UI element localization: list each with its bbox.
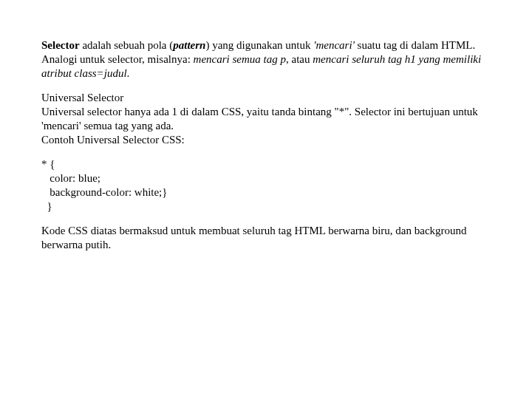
text-universal-desc: Universal selector hanya ada 1 di dalam …	[41, 106, 478, 132]
paragraph-universal-selector: Universal Selector Universal selector ha…	[41, 91, 491, 146]
italic-example-1: mencari semua tag p	[194, 53, 286, 65]
text: adalah sebuah pola (	[80, 39, 174, 51]
paragraph-explanation: Kode CSS diatas bermaksud untuk membuat …	[41, 224, 491, 252]
text: .	[127, 67, 130, 79]
code-block-css: * { color: blue; background-color: white…	[41, 157, 491, 213]
term-pattern: pattern	[173, 39, 205, 51]
text: ) yang digunakan untuk	[205, 39, 313, 51]
text: , atau	[286, 53, 313, 65]
text-example-label: Contoh Universal Selector CSS:	[41, 134, 185, 146]
heading-universal-selector: Universal Selector	[41, 92, 123, 103]
code-line-4: }	[41, 200, 52, 212]
term-selector: Selector	[41, 39, 80, 51]
code-line-2: color: blue;	[41, 172, 100, 184]
code-line-1: * {	[41, 158, 55, 170]
text-explanation: Kode CSS diatas bermaksud untuk membuat …	[41, 225, 467, 250]
paragraph-selector-definition: Selector adalah sebuah pola (pattern) ya…	[41, 38, 491, 80]
document-page: Selector adalah sebuah pola (pattern) ya…	[0, 0, 532, 252]
code-line-3: background-color: white;}	[41, 186, 168, 198]
italic-mencari: 'mencari'	[313, 39, 355, 51]
